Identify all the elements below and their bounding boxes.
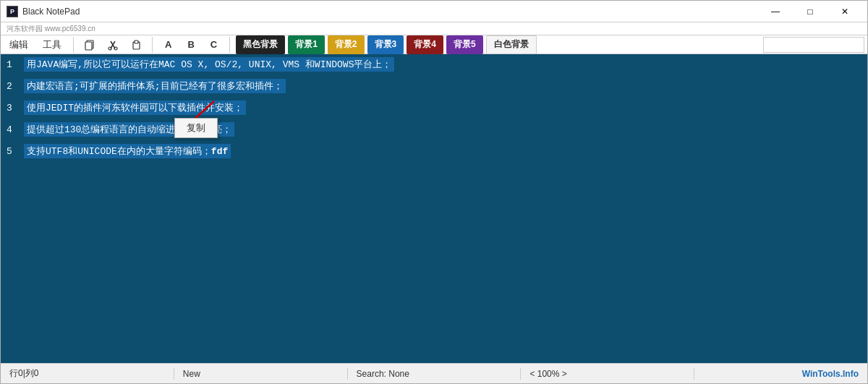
minimize-button[interactable]: — (759, 1, 792, 22)
maximize-button[interactable]: □ (793, 1, 827, 22)
label-c[interactable]: C (204, 37, 224, 52)
editor-area: 复制 1 用JAVA编写,所以它可以运行在MAC OS X, OS/2, UNI… (1, 54, 867, 363)
close-button[interactable]: ✕ (828, 1, 861, 22)
title-bar-left: P Black NotePad (7, 6, 80, 17)
cut-icon (107, 39, 119, 51)
main-window: P Black NotePad — □ ✕ 河东软件园 www.pc6539.c… (0, 0, 868, 384)
status-wintools: WinTools.Info (703, 369, 859, 379)
toolbar-sep-3 (229, 37, 230, 53)
watermark-text: 河东软件园 www.pc6539.cn (7, 24, 95, 34)
line-1: 1 用JAVA编写,所以它可以运行在MAC OS X, OS/2, UNIX, … (1, 57, 867, 73)
toolbar-sep-1 (73, 37, 74, 53)
line-number-3: 3 (7, 103, 18, 114)
menu-tools[interactable]: 工具 (37, 37, 67, 53)
highlight-fdf: fdf (211, 146, 228, 157)
bg-2-button[interactable]: 背景2 (328, 35, 365, 54)
status-zoom: < 100% > (529, 369, 685, 379)
status-search: Search: None (357, 369, 512, 379)
title-bar: P Black NotePad — □ ✕ (1, 1, 867, 22)
status-file: New (183, 369, 339, 379)
bg-1-button[interactable]: 背景1 (288, 35, 325, 54)
status-position: 行0|列0 (9, 367, 165, 380)
menu-bar: 编辑 工具 A B C (1, 35, 867, 54)
status-bar: 行0|列0 New Search: None < 100% > WinTools… (1, 363, 867, 383)
position-text: 行0|列0 (9, 367, 38, 380)
bg-3-button[interactable]: 背景3 (367, 35, 404, 54)
toolbar-sep-2 (152, 37, 153, 53)
context-menu: 复制 (174, 118, 218, 138)
line-3: 3 使用JEDIT的插件河东软件园可以下载插件并安装； (1, 101, 867, 116)
line-number-1: 1 (7, 59, 18, 70)
line-2: 2 内建宏语言;可扩展的插件体系;目前已经有了很多宏和插件； (1, 79, 867, 95)
status-div-1 (174, 368, 174, 380)
line-number-2: 2 (7, 81, 18, 92)
line-4: 4 提供超过130总编程语言的自动缩进和语法高亮； (1, 122, 867, 138)
line-5: 5 支持UTF8和UNICODE在内的大量字符编码；fdf (1, 144, 867, 160)
paste-icon (130, 39, 142, 51)
zoom-text: < 100% > (529, 369, 566, 379)
line-content-1: 用JAVA编写,所以它可以运行在MAC OS X, OS/2, UNIX, VM… (24, 57, 394, 72)
toolbar-cut-btn[interactable] (103, 35, 123, 55)
bg-black-button[interactable]: 黑色背景 (236, 35, 285, 54)
line-number-4: 4 (7, 124, 18, 135)
status-div-2 (347, 368, 348, 380)
label-a[interactable]: A (158, 37, 178, 52)
toolbar-copy-btn[interactable] (80, 35, 100, 55)
search-text: Search: None (357, 369, 409, 379)
svg-rect-1 (85, 42, 92, 50)
label-b[interactable]: B (181, 37, 200, 52)
line-content-2: 内建宏语言;可扩展的插件体系;目前已经有了很多宏和插件； (24, 79, 286, 93)
file-text: New (183, 369, 200, 379)
line-content-5: 支持UTF8和UNICODE在内的大量字符编码；fdf (24, 144, 231, 158)
menu-edit[interactable]: 编辑 (4, 37, 34, 53)
svg-rect-7 (135, 40, 138, 43)
window-controls: — □ ✕ (759, 1, 861, 22)
bg-5-button[interactable]: 背景5 (446, 35, 483, 54)
toolbar-paste-btn[interactable] (126, 35, 146, 55)
status-div-3 (520, 368, 521, 380)
wintools-text: WinTools.Info (802, 369, 859, 379)
bg-4-button[interactable]: 背景4 (407, 35, 443, 54)
watermark-bar: 河东软件园 www.pc6539.cn (1, 22, 867, 35)
search-input[interactable] (763, 37, 864, 53)
context-menu-copy[interactable]: 复制 (175, 119, 217, 137)
window-title: Black NotePad (22, 7, 80, 17)
bg-white-button[interactable]: 白色背景 (486, 35, 537, 54)
status-div-4 (694, 368, 694, 380)
copy-icon (84, 39, 95, 51)
line-number-5: 5 (7, 146, 18, 157)
app-icon: P (7, 6, 18, 17)
line-content-3: 使用JEDIT的插件河东软件园可以下载插件并安装； (24, 101, 246, 115)
